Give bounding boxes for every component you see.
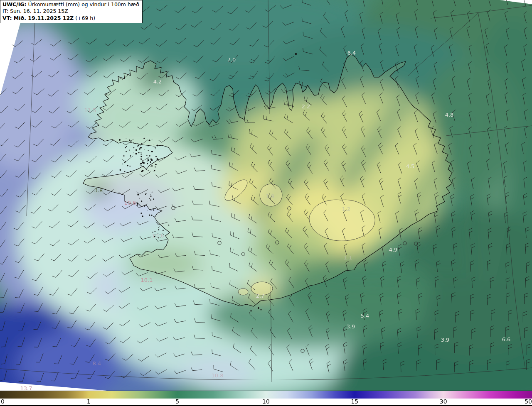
title-line-init: IT: Sun. 16. 11. 2025 15Z [2, 8, 139, 15]
valid-time: VT: Mið. 19.11.2025 12Z [2, 15, 74, 21]
weather-map-screenshot: 7.06.44.22.24.84.54.95.43.93.96.62.711.5… [0, 0, 532, 406]
colorbar-tick-label: 15 [351, 398, 358, 405]
colorbar-tick-label: 10 [262, 398, 270, 405]
colorbar: 01510153050 [0, 391, 532, 406]
colorbar-tick-label: 0 [1, 398, 5, 405]
glacier-eyjafjallajokull [238, 289, 248, 295]
product-id: UWC/IG: [2, 1, 27, 7]
glacier-hofsjokull [260, 184, 282, 206]
title-line-valid: VT: Mið. 19.11.2025 12Z (+69 h) [2, 15, 139, 22]
title-line-product: UWC/IG: Úrkomumætti (mm) og vindur i 100… [2, 1, 139, 8]
product-subtitle: Úrkomumætti (mm) og vindur i 100m hæð [27, 1, 139, 7]
title-box: UWC/IG: Úrkomumætti (mm) og vindur i 100… [0, 0, 143, 23]
weather-map [0, 0, 532, 391]
colorbar-gradient [0, 391, 532, 399]
colorbar-tick-label: 5 [175, 398, 179, 405]
colorbar-tick-label: 50 [525, 398, 532, 405]
glacier-myrdalsjokull [251, 282, 273, 295]
colorbar-tick-label: 30 [440, 398, 447, 405]
colorbar-tick-label: 1 [87, 398, 91, 405]
valid-offset: (+69 h) [74, 15, 95, 21]
colorbar-ticks: 01510153050 [0, 399, 532, 405]
